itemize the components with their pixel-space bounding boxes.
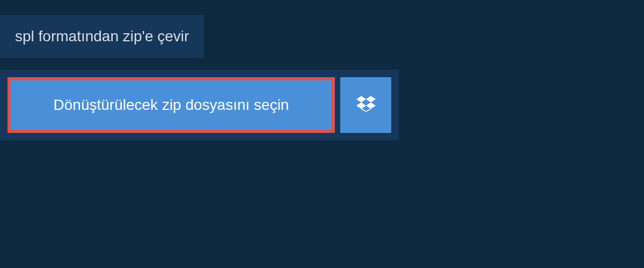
page-title-tab: spl formatından zip'e çevir — [0, 15, 204, 58]
select-file-button-label: Dönüştürülecek zip dosyasını seçin — [54, 96, 289, 114]
dropbox-icon — [356, 94, 376, 116]
upload-panel: Dönüştürülecek zip dosyasını seçin — [0, 70, 399, 140]
page-title: spl formatından zip'e çevir — [15, 28, 189, 44]
dropbox-button[interactable] — [340, 77, 391, 133]
select-file-button[interactable]: Dönüştürülecek zip dosyasını seçin — [8, 77, 335, 133]
